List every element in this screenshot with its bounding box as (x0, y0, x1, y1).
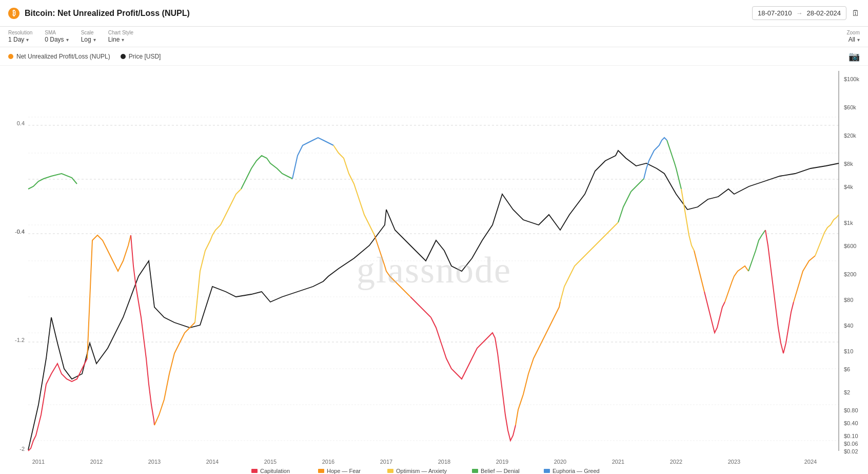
svg-text:$1k: $1k (844, 220, 853, 226)
chart-style-chevron: ▾ (122, 37, 124, 43)
sma-chevron: ▾ (66, 37, 69, 43)
svg-text:-0.4: -0.4 (15, 229, 25, 235)
price-legend-dot (121, 54, 126, 59)
header-left: ₿ Bitcoin: Net Unrealized Profit/Loss (N… (8, 8, 190, 19)
chart-style-select[interactable]: Line ▾ (108, 36, 133, 43)
svg-rect-53 (251, 469, 258, 473)
chart-style-label: Chart Style (108, 30, 133, 35)
chart-area[interactable]: 0.4 0.4 -0.4 -1.2 -2 $100k $60k $20k $8k… (0, 66, 868, 474)
resolution-label: Resolution (8, 30, 32, 35)
resolution-select[interactable]: 1 Day ▾ (8, 36, 32, 43)
svg-rect-55 (318, 469, 324, 473)
svg-text:Optimism — Anxiety: Optimism — Anxiety (396, 468, 447, 474)
resolution-group: Resolution 1 Day ▾ (8, 30, 32, 43)
svg-text:2023: 2023 (728, 459, 740, 465)
resolution-chevron: ▾ (26, 37, 29, 43)
scale-chevron: ▾ (93, 37, 96, 43)
svg-text:$200: $200 (844, 271, 856, 277)
svg-text:2015: 2015 (264, 459, 277, 465)
svg-text:2013: 2013 (148, 459, 161, 465)
svg-text:2012: 2012 (90, 459, 103, 465)
svg-text:$80: $80 (844, 297, 853, 303)
svg-text:$10: $10 (844, 348, 853, 354)
svg-text:2017: 2017 (380, 459, 392, 465)
sma-group: SMA 0 Days ▾ (45, 30, 68, 43)
scale-group: Scale Log ▾ (81, 30, 96, 43)
svg-text:0.4: 0.4 (17, 120, 25, 126)
svg-text:$2: $2 (844, 389, 850, 395)
svg-text:Hope — Fear: Hope — Fear (327, 468, 361, 474)
svg-rect-61 (544, 469, 550, 473)
nupl-legend-dot (8, 54, 13, 59)
svg-text:$6: $6 (844, 366, 850, 372)
zoom-group: Zoom All ▾ (846, 30, 860, 43)
zoom-select[interactable]: All ▾ (849, 36, 860, 43)
nupl-legend-label: Net Unrealized Profit/Loss (NUPL) (16, 53, 110, 60)
svg-text:2018: 2018 (438, 459, 450, 465)
nupl-legend-item: Net Unrealized Profit/Loss (NUPL) (8, 53, 110, 60)
svg-text:$0.06: $0.06 (844, 441, 858, 447)
svg-text:$40: $40 (844, 323, 853, 329)
screenshot-icon[interactable]: 📷 (849, 51, 860, 62)
svg-text:$100k: $100k (844, 76, 859, 82)
chart-toolbar: Resolution 1 Day ▾ SMA 0 Days ▾ Scale Lo… (0, 27, 868, 47)
svg-text:Belief — Denial: Belief — Denial (481, 468, 520, 474)
sma-label: SMA (45, 30, 68, 35)
svg-text:2011: 2011 (32, 459, 45, 465)
svg-rect-59 (472, 469, 478, 473)
chart-svg: 0.4 0.4 -0.4 -1.2 -2 $100k $60k $20k $8k… (0, 66, 868, 474)
bitcoin-icon: ₿ (8, 8, 19, 19)
svg-text:2024: 2024 (804, 459, 817, 465)
svg-text:$0.02: $0.02 (844, 448, 858, 454)
price-legend-item: Price [USD] (121, 53, 161, 60)
svg-text:$600: $600 (844, 243, 856, 249)
svg-text:-2: -2 (19, 446, 25, 452)
svg-text:2022: 2022 (670, 459, 682, 465)
svg-rect-0 (0, 66, 868, 474)
svg-text:$4k: $4k (844, 184, 853, 190)
page-title: Bitcoin: Net Unrealized Profit/Loss (NUP… (25, 9, 190, 18)
sma-select[interactable]: 0 Days ▾ (45, 36, 68, 43)
zoom-label: Zoom (846, 30, 860, 35)
svg-text:2019: 2019 (496, 459, 508, 465)
svg-text:$8k: $8k (844, 161, 853, 167)
svg-text:2016: 2016 (322, 459, 334, 465)
calendar-icon[interactable]: 🗓 (852, 9, 860, 18)
date-range-selector[interactable]: 18-07-2010 → 28-02-2024 (752, 6, 846, 20)
svg-text:Euphoria — Greed: Euphoria — Greed (553, 468, 600, 474)
price-legend-label: Price [USD] (129, 53, 161, 60)
svg-text:$0.40: $0.40 (844, 420, 858, 426)
series-legend: Net Unrealized Profit/Loss (NUPL) Price … (0, 47, 868, 66)
svg-rect-57 (387, 469, 393, 473)
scale-label: Scale (81, 30, 96, 35)
scale-select[interactable]: Log ▾ (81, 36, 96, 43)
svg-text:$60k: $60k (844, 104, 856, 110)
svg-text:2021: 2021 (612, 459, 624, 465)
date-end: 28-02-2024 (807, 9, 841, 17)
date-arrow: → (796, 9, 803, 17)
svg-text:Capitulation: Capitulation (260, 468, 290, 474)
header-right: 18-07-2010 → 28-02-2024 🗓 (752, 6, 860, 20)
svg-text:-1.2: -1.2 (15, 337, 25, 343)
svg-text:$0.10: $0.10 (844, 433, 858, 439)
svg-text:$20k: $20k (844, 132, 856, 139)
svg-text:2020: 2020 (554, 459, 566, 465)
chart-style-group: Chart Style Line ▾ (108, 30, 133, 43)
date-start: 18-07-2010 (758, 9, 792, 17)
svg-text:2014: 2014 (206, 459, 219, 465)
zoom-chevron: ▾ (857, 37, 860, 43)
svg-text:$0.80: $0.80 (844, 407, 858, 413)
page-header: ₿ Bitcoin: Net Unrealized Profit/Loss (N… (0, 0, 868, 27)
